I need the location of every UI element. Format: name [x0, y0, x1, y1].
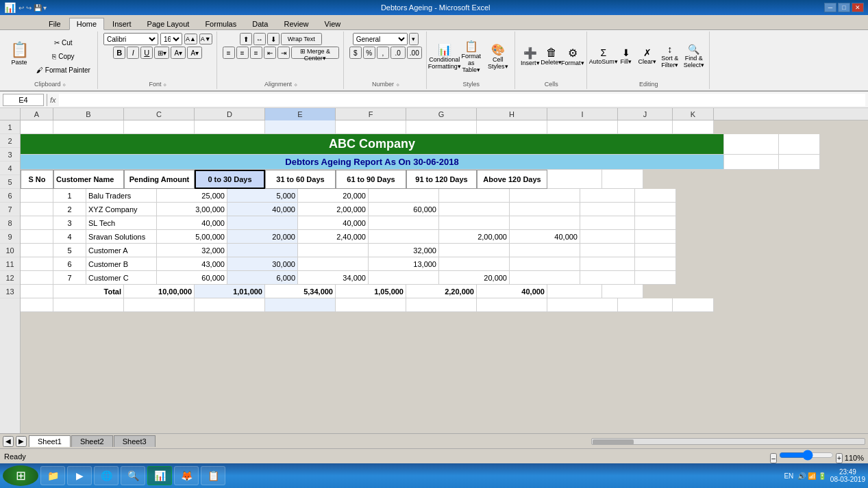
align-left-button[interactable]: ≡	[223, 47, 235, 59]
fill-color-button[interactable]: A▾	[171, 47, 186, 59]
cell-91to120-7[interactable]	[439, 216, 510, 230]
cell-customer-header[interactable]: Customer Name	[53, 170, 124, 189]
cell-company[interactable]: ABC Company	[21, 134, 724, 155]
cell-customer-6[interactable]: XYZ Company	[86, 203, 157, 216]
format-cells-button[interactable]: ⚙ Format▾	[563, 44, 582, 68]
cell-a6[interactable]	[21, 203, 53, 216]
maximize-button[interactable]: □	[838, 3, 850, 12]
col-header-j[interactable]: J	[618, 108, 673, 120]
cell-j13[interactable]	[618, 298, 673, 312]
cell-91to120-6[interactable]	[439, 203, 510, 216]
cell-a1[interactable]	[21, 120, 53, 134]
cell-j1[interactable]	[618, 120, 673, 134]
cell-g1[interactable]	[406, 120, 477, 134]
fill-button[interactable]: ⬇ Fill▾	[617, 45, 636, 67]
col-header-k[interactable]: K	[673, 108, 714, 120]
cell-sno-8[interactable]: 4	[53, 230, 86, 244]
cell-0to30-8[interactable]: 20,000	[227, 230, 298, 244]
zoom-in-button[interactable]: +	[836, 453, 843, 463]
comma-style-button[interactable]: ,	[377, 47, 389, 59]
cell-i1[interactable]	[547, 120, 618, 134]
cell-31to60-header[interactable]: 31 to 60 Days	[265, 170, 336, 189]
cell-d13[interactable]	[195, 298, 265, 312]
zoom-slider[interactable]	[779, 450, 834, 461]
tab-formulas[interactable]: Formulas	[197, 18, 244, 29]
cell-customer-9[interactable]: Customer A	[86, 244, 157, 257]
cell-c1[interactable]	[124, 120, 195, 134]
cell-above120-7[interactable]	[510, 216, 580, 230]
cut-button[interactable]: ✂ Cut	[34, 37, 93, 49]
row-num-7[interactable]: 7	[0, 203, 20, 216]
cell-h13[interactable]	[477, 298, 547, 312]
cell-sno-11[interactable]: 7	[53, 271, 86, 285]
align-top-button[interactable]: ⬆	[240, 33, 252, 45]
tab-data[interactable]: Data	[245, 18, 275, 29]
taskbar-excel-app[interactable]: 📊	[147, 466, 172, 485]
cell-pending-5[interactable]: 25,000	[157, 189, 227, 203]
cell-above120-9[interactable]	[510, 244, 580, 257]
row-num-6[interactable]: 6	[0, 189, 20, 203]
cell-a9[interactable]	[21, 244, 53, 257]
cell-31to60-5[interactable]: 20,000	[298, 189, 369, 203]
cell-k2[interactable]	[779, 134, 820, 155]
close-button[interactable]: ✕	[852, 3, 864, 12]
cell-pending-7[interactable]: 40,000	[157, 216, 227, 230]
tab-page-layout[interactable]: Page Layout	[140, 18, 197, 29]
cell-31to60-6[interactable]: 2,00,000	[298, 203, 369, 216]
taskbar-misc[interactable]: 📋	[201, 466, 225, 485]
paste-button[interactable]: 📋Paste	[7, 39, 32, 73]
cell-total-91to120[interactable]: 2,20,000	[406, 285, 477, 298]
cell-0to30-9[interactable]	[227, 244, 298, 257]
indent-decrease-button[interactable]: ⇤	[264, 47, 276, 59]
cell-above120-10[interactable]	[510, 257, 580, 271]
cell-total-sno[interactable]	[21, 285, 53, 298]
col-header-h[interactable]: H	[477, 108, 547, 120]
cell-pending-header[interactable]: Pending Amount	[124, 170, 195, 189]
formula-input[interactable]	[59, 94, 865, 106]
cell-j2[interactable]	[724, 134, 779, 155]
cell-61to90-5[interactable]	[369, 189, 439, 203]
cell-styles-button[interactable]: 🎨 CellStyles▾	[486, 41, 510, 72]
row-num-13[interactable]: 13	[0, 285, 20, 298]
tab-file[interactable]: File	[41, 18, 69, 29]
row-num-4[interactable]: 4	[0, 162, 20, 175]
cell-a10[interactable]	[21, 257, 53, 271]
zoom-out-button[interactable]: –	[770, 453, 777, 463]
cell-total-k[interactable]	[602, 285, 643, 298]
sort-filter-button[interactable]: ↕ Sort &Filter▾	[659, 42, 681, 70]
cell-j4[interactable]	[547, 170, 602, 189]
cell-sno-header[interactable]: S No	[21, 170, 53, 189]
cell-total-0to30[interactable]: 1,01,000	[195, 285, 265, 298]
cell-0to30-6[interactable]: 40,000	[227, 203, 298, 216]
cell-b13[interactable]	[53, 298, 124, 312]
taskbar-media[interactable]: ▶	[67, 466, 92, 485]
cell-k5[interactable]	[635, 189, 676, 203]
sheet-nav-left[interactable]: ◀	[3, 436, 14, 447]
cell-g13[interactable]	[406, 298, 477, 312]
cell-sno-6[interactable]: 2	[53, 203, 86, 216]
cell-h1[interactable]	[477, 120, 547, 134]
clear-button[interactable]: ✗ Clear▾	[638, 45, 657, 67]
cell-pending-9[interactable]: 32,000	[157, 244, 227, 257]
cell-a13[interactable]	[21, 298, 53, 312]
col-header-f[interactable]: F	[336, 108, 406, 120]
align-right-button[interactable]: ≡	[250, 47, 262, 59]
font-grow-button[interactable]: A▲	[184, 34, 197, 44]
cell-total-label[interactable]: Total	[53, 285, 124, 298]
tab-review[interactable]: Review	[276, 18, 316, 29]
format-painter-button[interactable]: 🖌 Format Painter	[34, 64, 93, 76]
indent-increase-button[interactable]: ⇥	[277, 47, 290, 59]
cell-91to120-11[interactable]: 20,000	[439, 271, 510, 285]
decrease-decimal-button[interactable]: .00	[407, 47, 422, 59]
cell-91to120-10[interactable]	[439, 257, 510, 271]
number-format-select[interactable]: General	[353, 33, 408, 45]
cell-91to120-header[interactable]: 91 to 120 Days	[406, 170, 477, 189]
start-button[interactable]: ⊞	[3, 465, 38, 486]
comma-button[interactable]: %	[363, 47, 375, 59]
underline-button[interactable]: U	[140, 47, 153, 59]
cell-91to120-5[interactable]	[439, 189, 510, 203]
cell-a7[interactable]	[21, 216, 53, 230]
font-family-select[interactable]: Calibri	[103, 33, 158, 45]
cell-k1[interactable]	[673, 120, 714, 134]
cell-k13[interactable]	[673, 298, 714, 312]
